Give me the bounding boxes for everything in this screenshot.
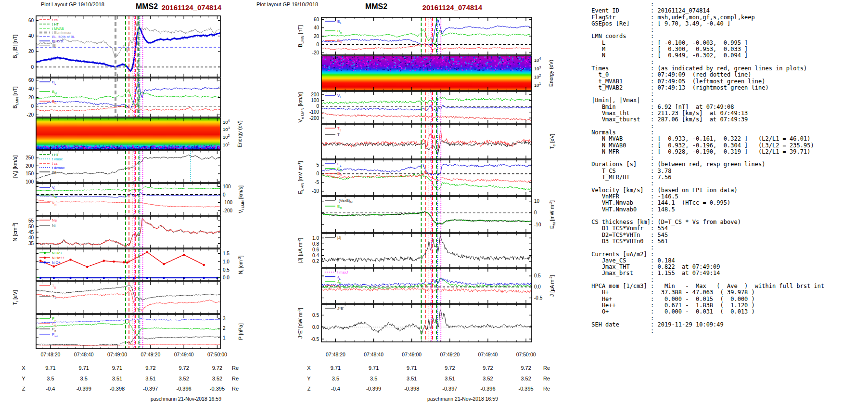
svg-text:200: 200: [311, 92, 319, 97]
svg-text:150: 150: [26, 171, 34, 176]
svg-text:3.51: 3.51: [445, 376, 455, 381]
svg-text:|V|: |V|: [52, 170, 56, 174]
svg-text:3.51: 3.51: [112, 376, 122, 381]
left-panel-5: 3540455055N [cm-3]NeNi: [12, 216, 220, 248]
svg-text:Re: Re: [543, 365, 550, 371]
svg-text:07:49:40: 07:49:40: [174, 352, 194, 357]
left-event-id: 20161124_074814: [140, 3, 221, 12]
svg-text:101: 101: [223, 142, 230, 147]
svg-text:Ne: Ne: [52, 218, 57, 222]
svg-text:103: 103: [223, 126, 230, 132]
svg-text:0.2: 0.2: [312, 259, 319, 264]
svg-text:-0.397: -0.397: [442, 386, 457, 392]
middle-layout-label: Plot layout GP 19/10/2018: [256, 1, 318, 7]
svg-text:Z: Z: [22, 386, 26, 392]
svg-text:9.72: 9.72: [483, 365, 493, 371]
svg-text:5: 5: [316, 162, 319, 168]
svg-text:07:49:00: 07:49:00: [402, 352, 421, 357]
left-panel-0: 0204060BL,|B| [nT]t cst HTt MVABt BLminm…: [12, 16, 220, 77]
svg-text:-0.5: -0.5: [534, 295, 543, 300]
svg-text:Te [eV]: Te [eV]: [549, 134, 556, 149]
svg-text:60: 60: [28, 78, 34, 83]
svg-text:0.0: 0.0: [223, 275, 230, 280]
svg-text:N [cm-3]: N [cm-3]: [12, 223, 18, 242]
svg-text:2: 2: [223, 326, 226, 331]
svg-text:9.72: 9.72: [179, 365, 189, 371]
svg-text:3.5: 3.5: [47, 376, 54, 381]
svg-text:-0.399: -0.399: [366, 386, 381, 392]
svg-text:0: 0: [534, 210, 537, 215]
svg-text:-200: -200: [309, 116, 319, 121]
svg-text:-20: -20: [312, 50, 319, 55]
svg-text:Y: Y: [22, 376, 26, 381]
left-panel-3: 100150200250|Vi| [km/s]t HTt vmaxt cst d…: [12, 151, 220, 184]
left-layout-label: Plot Layout GP 19/10/2018: [41, 1, 104, 7]
svg-text:-0.396: -0.396: [480, 386, 495, 392]
svg-text:-0.397: -0.397: [143, 386, 158, 392]
middle-panel-2: 2001000-100-200Ve LMN [km/s]VL: [297, 91, 532, 123]
svg-text:Re: Re: [232, 376, 239, 381]
svg-text:t HT: t HT: [52, 22, 59, 26]
svg-text:-200: -200: [223, 208, 232, 213]
svg-text:0.6: 0.6: [312, 247, 319, 252]
svg-text:0: 0: [316, 171, 319, 176]
svg-text:t cs: t cs: [52, 18, 58, 22]
left-panel-4: 1000-100-200Vi LMN [km/s]VLVMVN: [36, 183, 245, 215]
svg-text:|J| [µA m-2]: |J| [µA m-2]: [297, 238, 303, 263]
svg-text:-0.5: -0.5: [311, 337, 319, 342]
svg-text:t cs: t cs: [52, 161, 58, 166]
svg-text:103: 103: [534, 65, 541, 71]
svg-text:104: 104: [534, 57, 541, 63]
svg-text:9.72: 9.72: [521, 365, 531, 371]
svg-text:Ti [eV]: Ti [eV]: [12, 290, 19, 305]
svg-text:100: 100: [311, 98, 319, 103]
svg-text:07:48:20: 07:48:20: [326, 352, 345, 357]
svg-text:9.71: 9.71: [45, 365, 55, 371]
svg-text:0.0: 0.0: [534, 284, 541, 289]
svg-text:BL brst: BL brst: [52, 39, 64, 43]
middle-footer-credit: paschmann 21-Nov-2018 16:59: [397, 396, 498, 402]
left-panel-1: -200204060BLMN [nT]BLBMBN: [12, 78, 220, 118]
svg-text:3.5: 3.5: [80, 376, 88, 381]
svg-text:X: X: [307, 365, 311, 371]
svg-text:1: 1: [223, 335, 226, 340]
event-info-panel: : Event ID : 20161124_074814 FlagStr : m…: [588, 1, 824, 334]
svg-text:07:49:20: 07:49:20: [140, 352, 160, 357]
svg-text:0: 0: [31, 65, 34, 70]
svg-text:3.52: 3.52: [212, 376, 222, 381]
svg-text:07:48:20: 07:48:20: [41, 352, 61, 357]
left-panel-6: 0.00.51.01.5Ni [cm-3]N He+N He++N O+: [36, 249, 245, 281]
svg-text:N He+: N He+: [52, 251, 63, 255]
svg-text:07:48:40: 07:48:40: [364, 352, 383, 357]
svg-text:t maxJ: t maxJ: [337, 270, 348, 274]
svg-text:J*E' [nW m-3]: J*E' [nW m-3]: [297, 308, 303, 339]
svg-text:X: X: [22, 365, 26, 371]
svg-text:3.51: 3.51: [145, 376, 155, 381]
svg-text:07:50:00: 07:50:00: [207, 352, 227, 357]
svg-text:20: 20: [28, 49, 34, 54]
svg-text:07:50:00: 07:50:00: [516, 352, 536, 357]
svg-text:9.72: 9.72: [212, 365, 222, 371]
svg-text:Ni: Ni: [52, 223, 56, 228]
svg-text:10: 10: [534, 198, 540, 204]
svg-text:3.5: 3.5: [370, 376, 377, 381]
svg-text:100: 100: [223, 184, 231, 189]
svg-text:104: 104: [223, 119, 230, 125]
svg-text:0.5: 0.5: [223, 267, 230, 273]
svg-text:0.0: 0.0: [312, 325, 319, 330]
svg-text:0: 0: [316, 42, 319, 47]
svg-text:0.4: 0.4: [312, 253, 319, 258]
svg-text:Ni [cm-3]: Ni [cm-3]: [237, 256, 245, 274]
svg-text:t BLminmax: t BLminmax: [52, 30, 71, 35]
svg-text:t HT: t HT: [52, 153, 59, 157]
svg-text:Energy (eV): Energy (eV): [237, 120, 243, 147]
svg-text:-0.396: -0.396: [177, 386, 191, 392]
svg-text:-0.395: -0.395: [210, 386, 225, 392]
svg-text:102: 102: [223, 134, 230, 140]
svg-text:0: 0: [316, 104, 319, 109]
svg-text:07:48:40: 07:48:40: [74, 352, 94, 357]
svg-text:9.71: 9.71: [112, 365, 122, 371]
middle-panel-5: 100-10EM [mW m-2]-(VexB)MEM: [320, 196, 556, 233]
svg-text:Y: Y: [307, 376, 311, 381]
svg-text:-0.398: -0.398: [110, 386, 125, 392]
